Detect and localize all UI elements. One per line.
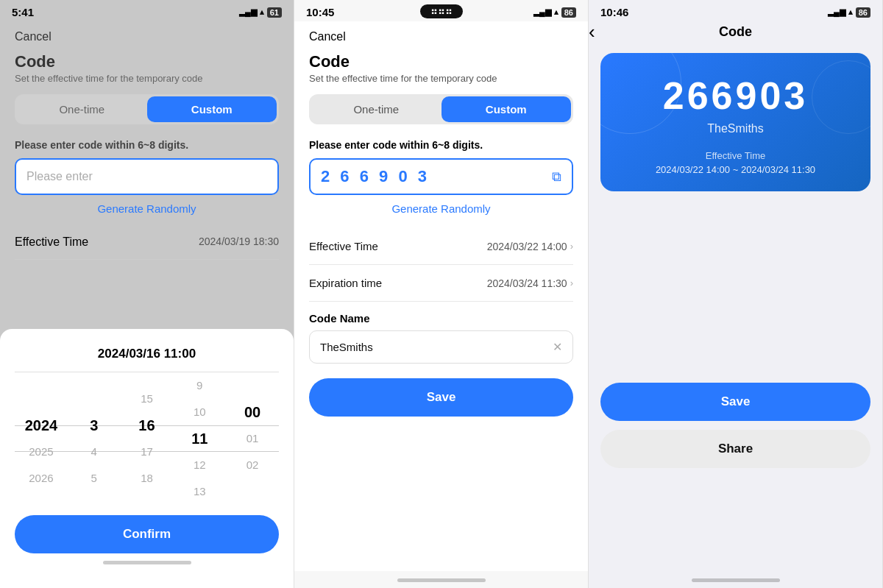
picker-year-2025: 2025 [15,439,68,465]
code-result-content: 266903 TheSmiths Effective Time 2024/03/… [589,43,882,571]
status-icons-3: ▂▄▆ ▴ 86 [828,7,870,18]
status-bar-1: 5:41 ▂▄▆ ▴ 61 [0,0,294,21]
picker-year-2026: 2026 [15,465,68,492]
picker-day-17: 17 [121,439,174,465]
generate-btn-dimmed: Generate Randomly [15,202,279,215]
code-card-eff-label: Effective Time [615,150,856,161]
code-subtitle-dimmed: Set the effective time for the temporary… [15,73,279,84]
cancel-button-2[interactable]: Cancel [309,21,573,46]
picker-day-18: 18 [121,465,174,492]
picker-month-pre [68,386,121,412]
picker-minute-selected: 00 [226,399,279,425]
home-indicator-3 [692,578,780,582]
picker-year-selected: 2024 [15,412,68,439]
picker-month-5: 5 [68,465,121,492]
home-indicator-1 [103,561,191,564]
picker-year-pre [15,386,68,412]
signal-icon-2: ▂▄▆ [533,7,551,17]
picker-hour-12: 12 [173,452,226,478]
code-card-name: TheSmiths [615,122,856,135]
picker-hour-10: 10 [173,399,226,425]
exp-value-2: 2024/03/24 11:30 › [487,277,573,289]
date-picker-sheet: 2024/03/16 11:00 2024 2025 2026 3 4 5 15… [0,329,294,588]
eff-time-label-2: Effective Time [309,240,378,252]
code-input-dimmed: Please enter [15,158,279,195]
signal-icon-3: ▂▄▆ [828,7,845,17]
code-heading-dimmed: Code [15,52,279,71]
code-card-eff-time: 2024/03/22 14:00 ~ 2024/03/24 11:30 [615,164,856,175]
picker-columns[interactable]: 2024 2025 2026 3 4 5 15 16 17 18 9 10 [15,372,279,505]
code-name-input-wrap[interactable]: ✕ [309,330,573,364]
eff-time-row-dimmed: Effective Time 2024/03/19 18:30 [15,225,279,260]
seg-one-time-dimmed[interactable]: One-time [17,96,147,122]
time-2: 10:45 [306,6,334,18]
wifi-icon-3: ▴ [848,7,853,17]
picker-col-day[interactable]: 15 16 17 18 [121,372,174,505]
picker-month-4: 4 [68,439,121,465]
code-heading-2: Code [309,52,573,71]
picker-month-selected: 3 [68,412,121,439]
battery-2: 86 [561,7,576,18]
picker-col-hour[interactable]: 9 10 11 12 13 [173,372,226,505]
generate-btn-2[interactable]: Generate Randomly [309,202,573,215]
seg-control-dimmed: One-time Custom [15,94,279,124]
confirm-button[interactable]: Confirm [15,515,279,553]
picker-day-selected: 16 [121,412,174,439]
copy-icon[interactable]: ⧉ [552,169,561,185]
code-input-2[interactable] [321,167,552,186]
picker-col-year[interactable]: 2024 2025 2026 [15,372,68,505]
save-button-3[interactable]: Save [600,383,870,421]
status-bar-3: 10:46 ▂▄▆ ▴ 86 [589,0,882,21]
panel-code-result: 10:46 ▂▄▆ ▴ 86 ‹ Code 266903 TheSmiths E… [589,0,883,588]
seg-one-time-2[interactable]: One-time [311,96,442,122]
input-label-2: Please enter code within 6~8 digits. [309,139,573,151]
picker-hour-9: 9 [173,372,226,399]
picker-minute-01: 01 [226,425,279,452]
nav-row-3: ‹ Code [589,21,882,43]
effective-time-row[interactable]: Effective Time 2024/03/22 14:00 › [309,228,573,265]
chevron-eff: › [570,241,573,252]
signal-icon-1: ▂▄▆ [239,7,257,17]
seg-control-2: One-time Custom [309,94,573,124]
home-indicator-2 [397,578,486,582]
picker-col-minute[interactable]: 00 01 02 [226,372,279,505]
battery-1: 61 [267,7,282,18]
back-button[interactable]: ‹ [589,15,595,49]
code-card: 266903 TheSmiths Effective Time 2024/03/… [600,53,870,191]
chevron-exp: › [570,277,573,288]
picker-day-15: 15 [121,386,174,412]
wifi-icon-1: ▴ [260,7,264,17]
battery-3: 86 [856,7,870,18]
dynamic-island: ⠶⠶⠶ [420,4,463,18]
picker-minute-02: 02 [226,452,279,478]
code-input-wrap-2[interactable]: ⧉ [309,158,573,195]
wifi-icon-2: ▴ [554,7,558,17]
time-3: 10:46 [600,6,628,18]
status-bar-2: 10:45 ⠶⠶⠶ ▂▄▆ ▴ 86 [294,0,588,21]
eff-label-dimmed: Effective Time [15,235,88,249]
panel-code-form: 10:45 ⠶⠶⠶ ▂▄▆ ▴ 86 Cancel Code Set the e… [294,0,589,588]
seg-custom-2[interactable]: Custom [442,96,572,122]
save-button-2[interactable]: Save [309,378,573,417]
code-subtitle-2: Set the effective time for the temporary… [309,73,573,84]
code-form-content: Cancel Code Set the effective time for t… [294,21,588,571]
time-1: 5:41 [12,6,34,18]
picker-title: 2024/03/16 11:00 [15,341,279,372]
picker-col-month[interactable]: 3 4 5 [68,372,121,505]
cancel-label-dimmed: Cancel [15,21,279,46]
page-title-3: Code [719,24,752,40]
picker-hour-13: 13 [173,478,226,505]
expiration-row[interactable]: Expiration time 2024/03/24 11:30 › [309,265,573,302]
code-name-input[interactable] [320,341,553,353]
clear-icon[interactable]: ✕ [553,340,562,354]
share-button[interactable]: Share [600,430,870,468]
panel-datetime-picker: 5:41 ▂▄▆ ▴ 61 Cancel Code Set the effect… [0,0,294,588]
seg-custom-dimmed[interactable]: Custom [147,96,277,122]
input-label-dimmed: Please enter code within 6~8 digits. [15,139,279,151]
eff-value-dimmed: 2024/03/19 18:30 [199,235,279,249]
status-icons-1: ▂▄▆ ▴ 61 [239,7,282,18]
eff-time-value-2: 2024/03/22 14:00 › [487,241,573,252]
exp-label-2: Expiration time [309,277,382,289]
spacer-3 [600,206,870,368]
code-name-label-2: Code Name [309,312,573,325]
